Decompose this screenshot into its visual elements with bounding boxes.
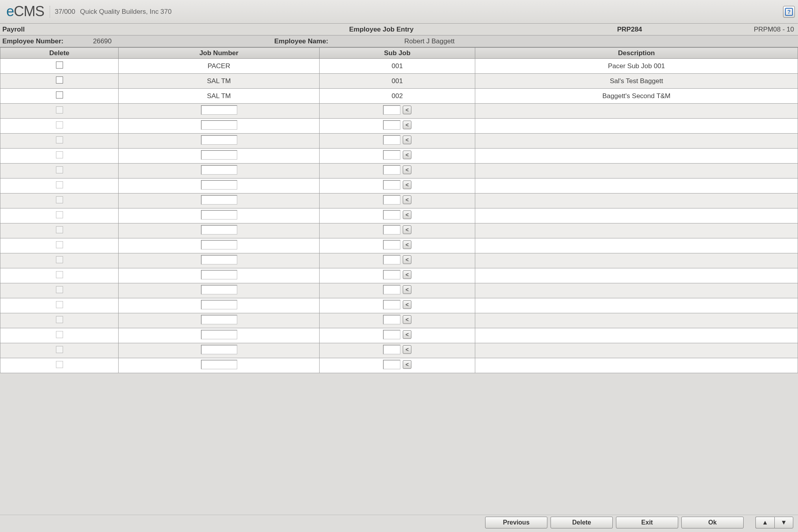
lookup-button[interactable]: <: [403, 315, 411, 324]
job-number-input[interactable]: [201, 135, 237, 145]
previous-button[interactable]: Previous: [485, 517, 547, 528]
delete-checkbox[interactable]: [56, 136, 63, 143]
sub-job-input[interactable]: [383, 195, 400, 205]
delete-checkbox[interactable]: [56, 346, 63, 353]
lookup-button[interactable]: <: [403, 285, 411, 294]
table-row: <: [0, 149, 798, 164]
delete-checkbox[interactable]: [56, 181, 63, 188]
sub-job-input[interactable]: [383, 180, 400, 190]
sub-job-input[interactable]: [383, 330, 400, 339]
sub-job-input[interactable]: [383, 300, 400, 309]
employee-number-value: 26690: [93, 37, 274, 45]
delete-checkbox[interactable]: [56, 91, 63, 99]
job-number-input[interactable]: [201, 315, 237, 324]
delete-checkbox[interactable]: [56, 121, 63, 128]
job-number-input[interactable]: [201, 195, 237, 205]
delete-checkbox[interactable]: [56, 271, 63, 278]
job-grid: Delete Job Number Sub Job Description PA…: [0, 47, 798, 373]
table-row: <: [0, 298, 798, 313]
job-number-input[interactable]: [201, 210, 237, 219]
job-number-input[interactable]: [201, 285, 237, 294]
job-number-input[interactable]: [201, 240, 237, 249]
lookup-button[interactable]: <: [403, 136, 411, 144]
job-number-input[interactable]: [201, 345, 237, 354]
lookup-button[interactable]: <: [403, 180, 411, 189]
lookup-button[interactable]: <: [403, 121, 411, 129]
table-row: <: [0, 343, 798, 358]
job-number-input[interactable]: [201, 360, 237, 369]
job-number-input[interactable]: [201, 225, 237, 234]
sub-job-input[interactable]: [383, 315, 400, 324]
table-row: <: [0, 119, 798, 134]
delete-checkbox[interactable]: [56, 151, 63, 158]
delete-checkbox[interactable]: [56, 196, 63, 203]
job-number-input[interactable]: [201, 165, 237, 175]
sub-job-input[interactable]: [383, 360, 400, 369]
lookup-button[interactable]: <: [403, 360, 411, 369]
sub-job-input[interactable]: [383, 285, 400, 294]
lookup-button[interactable]: <: [403, 166, 411, 174]
delete-checkbox[interactable]: [56, 76, 63, 84]
sub-job-input[interactable]: [383, 345, 400, 354]
ok-button[interactable]: Ok: [681, 517, 744, 528]
lookup-button[interactable]: <: [403, 106, 411, 114]
delete-checkbox[interactable]: [56, 61, 63, 69]
screen-bar: Payroll Employee Job Entry PRP284 PRPM08…: [0, 24, 798, 35]
delete-checkbox[interactable]: [56, 106, 63, 113]
description-cell: [475, 134, 798, 149]
delete-checkbox[interactable]: [56, 226, 63, 233]
job-number-input[interactable]: [201, 330, 237, 339]
sub-job-input[interactable]: [383, 270, 400, 279]
sub-job-input[interactable]: [383, 225, 400, 234]
sub-job-input[interactable]: [383, 150, 400, 160]
lookup-button[interactable]: <: [403, 240, 411, 249]
lookup-button[interactable]: <: [403, 345, 411, 354]
job-number-input[interactable]: [201, 180, 237, 190]
delete-checkbox[interactable]: [56, 286, 63, 293]
exit-button[interactable]: Exit: [616, 517, 678, 528]
job-number-input[interactable]: [201, 150, 237, 160]
scroll-arrows: ▲ ▼: [755, 517, 793, 528]
description-cell: [475, 104, 798, 119]
lookup-button[interactable]: <: [403, 195, 411, 204]
delete-checkbox[interactable]: [56, 316, 63, 323]
job-number-input[interactable]: [201, 105, 237, 115]
delete-button[interactable]: Delete: [551, 517, 613, 528]
screen-title: Employee Job Entry: [349, 26, 617, 33]
lookup-button[interactable]: <: [403, 300, 411, 309]
sub-job-input[interactable]: [383, 165, 400, 175]
grid-header-row: Delete Job Number Sub Job Description: [0, 48, 798, 59]
delete-checkbox[interactable]: [56, 331, 63, 338]
delete-checkbox[interactable]: [56, 211, 63, 218]
sub-job-input[interactable]: [383, 120, 400, 130]
delete-checkbox[interactable]: [56, 361, 63, 368]
col-job-header: Job Number: [119, 48, 320, 59]
sub-job-input[interactable]: [383, 255, 400, 264]
lookup-button[interactable]: <: [403, 330, 411, 339]
description-cell: [475, 313, 798, 328]
brand-logo-rest: CMS: [14, 3, 44, 19]
sub-job-input[interactable]: [383, 135, 400, 145]
delete-checkbox[interactable]: [56, 256, 63, 263]
job-number-input[interactable]: [201, 270, 237, 279]
job-number-cell: SAL TM: [119, 89, 320, 104]
screen-code: PRP284: [617, 26, 724, 33]
job-number-input[interactable]: [201, 255, 237, 264]
sub-job-input[interactable]: [383, 240, 400, 249]
scroll-up-button[interactable]: ▲: [755, 517, 774, 528]
lookup-button[interactable]: <: [403, 151, 411, 159]
delete-checkbox[interactable]: [56, 301, 63, 308]
lookup-button[interactable]: <: [403, 270, 411, 279]
sub-job-input[interactable]: [383, 105, 400, 115]
lookup-button[interactable]: <: [403, 210, 411, 219]
description-cell: [475, 283, 798, 298]
sub-job-input[interactable]: [383, 210, 400, 219]
delete-checkbox[interactable]: [56, 166, 63, 173]
scroll-down-button[interactable]: ▼: [774, 517, 793, 528]
lookup-button[interactable]: <: [403, 255, 411, 264]
delete-checkbox[interactable]: [56, 241, 63, 248]
lookup-button[interactable]: <: [403, 225, 411, 234]
job-number-input[interactable]: [201, 300, 237, 309]
job-number-input[interactable]: [201, 120, 237, 130]
help-button[interactable]: ?: [783, 6, 795, 18]
